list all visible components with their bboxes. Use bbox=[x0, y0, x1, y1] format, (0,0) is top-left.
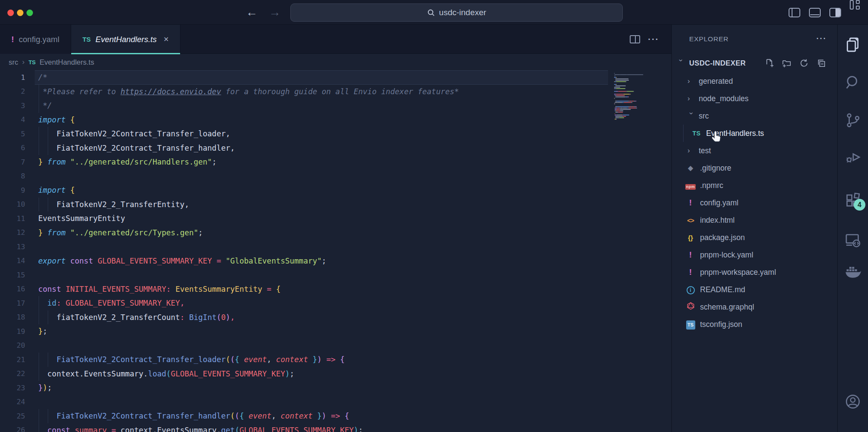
tree-folder-test[interactable]: ›test bbox=[672, 142, 837, 159]
collapse-all-icon[interactable] bbox=[817, 59, 826, 68]
code-line-text[interactable]: import { bbox=[38, 186, 75, 195]
code-line-text[interactable]: FiatTokenV2_2Contract_Transfer_loader(({… bbox=[38, 355, 345, 364]
tree-file-tsconfig-json[interactable]: TStsconfig.json bbox=[672, 316, 837, 333]
code-line-text[interactable]: EventsSummaryEntity bbox=[38, 214, 125, 223]
code-line[interactable]: 24 bbox=[0, 395, 671, 409]
tree-file-config-yaml[interactable]: !config.yaml bbox=[672, 194, 837, 211]
tab-config-yaml[interactable]: ! config.yaml bbox=[0, 25, 71, 54]
refresh-icon[interactable] bbox=[799, 59, 809, 68]
code-line-text[interactable]: const summary = context.EventsSummary.ge… bbox=[38, 426, 363, 432]
code-line[interactable]: 16const INITIAL_EVENTS_SUMMARY: EventsSu… bbox=[0, 282, 671, 297]
tree-file-index-html[interactable]: <>index.html bbox=[672, 211, 837, 229]
code-line[interactable]: 18 fiatTokenV2_2_TransferCount: BigInt(0… bbox=[0, 310, 671, 325]
toggle-secondary-sidebar-icon[interactable] bbox=[829, 8, 841, 17]
tree-file--npmrc[interactable]: npm.npmrc bbox=[672, 177, 837, 194]
code-line-text[interactable]: FiatTokenV2_2Contract_Transfer_loader, bbox=[38, 129, 230, 138]
code-line[interactable]: 13 bbox=[0, 240, 671, 254]
code-line[interactable]: 7} from "../generated/src/Handlers.gen"; bbox=[0, 155, 671, 169]
line-number: 6 bbox=[0, 144, 25, 152]
split-editor-icon[interactable] bbox=[630, 35, 640, 43]
code-line-text[interactable]: context.EventsSummary.load(GLOBAL_EVENTS… bbox=[38, 369, 294, 378]
navigate-back-button[interactable]: ← bbox=[243, 4, 260, 20]
code-line[interactable]: 14export const GLOBAL_EVENTS_SUMMARY_KEY… bbox=[0, 254, 671, 268]
code-line[interactable]: 6 FiatTokenV2_2Contract_Transfer_handler… bbox=[0, 141, 671, 155]
tree-folder-generated[interactable]: ›generated bbox=[672, 73, 837, 90]
line-number: 4 bbox=[0, 115, 25, 124]
code-line[interactable]: 3 */ bbox=[0, 99, 671, 113]
customize-layout-icon[interactable] bbox=[850, 0, 850, 10]
tree-file-pnpm-workspace-yaml[interactable]: !pnpm-workspace.yaml bbox=[672, 264, 837, 281]
breadcrumb[interactable]: src › TS EventHandlers.ts bbox=[0, 54, 671, 70]
breadcrumb-folder[interactable]: src bbox=[9, 58, 18, 66]
extensions-icon[interactable]: 4 bbox=[844, 191, 861, 208]
code-line-text[interactable]: import { bbox=[38, 115, 75, 124]
tree-file-schema-graphql[interactable]: schema.graphql bbox=[672, 298, 837, 316]
search-icon[interactable] bbox=[844, 74, 861, 91]
window-minimize-button[interactable] bbox=[17, 10, 23, 16]
tree-file-eventhandlers-ts[interactable]: TSEventHandlers.ts bbox=[672, 125, 837, 142]
code-line-text[interactable]: id: GLOBAL_EVENTS_SUMMARY_KEY, bbox=[38, 299, 184, 307]
code-line-text[interactable]: FiatTokenV2_2_TransferEntity, bbox=[38, 200, 189, 209]
navigate-forward-button[interactable]: → bbox=[266, 4, 283, 20]
editor-more-actions-icon[interactable]: ··· bbox=[648, 34, 659, 44]
code-line[interactable]: 10 FiatTokenV2_2_TransferEntity, bbox=[0, 198, 671, 212]
code-line-text[interactable]: /* bbox=[38, 73, 47, 82]
account-icon[interactable] bbox=[844, 393, 861, 410]
minimap[interactable] bbox=[612, 71, 663, 120]
tab-close-icon[interactable]: × bbox=[164, 34, 169, 44]
code-line-text[interactable]: */ bbox=[38, 101, 52, 110]
code-line[interactable]: 4import { bbox=[0, 113, 671, 127]
project-root-row[interactable]: › USDC-INDEXER bbox=[672, 55, 837, 71]
window-zoom-button[interactable] bbox=[26, 10, 33, 16]
docker-icon[interactable] bbox=[844, 264, 861, 281]
code-line[interactable]: 15 bbox=[0, 268, 671, 282]
code-line[interactable]: 19}; bbox=[0, 324, 671, 339]
code-line-text[interactable]: } from "../generated/src/Handlers.gen"; bbox=[38, 158, 217, 166]
code-line[interactable]: 23}); bbox=[0, 381, 671, 395]
code-line[interactable]: 11EventsSummaryEntity bbox=[0, 211, 671, 226]
new-file-icon[interactable] bbox=[765, 59, 774, 68]
code-line-text[interactable]: *Please refer to https://docs.envio.dev … bbox=[38, 87, 459, 96]
remote-explorer-icon[interactable] bbox=[844, 231, 861, 249]
code-line-text[interactable]: }; bbox=[38, 327, 47, 336]
code-editor[interactable]: 1/*2 *Please refer to https://docs.envio… bbox=[0, 70, 671, 432]
code-line[interactable]: 12} from "../generated/src/Types.gen"; bbox=[0, 226, 671, 240]
code-line[interactable]: 5 FiatTokenV2_2Contract_Transfer_loader, bbox=[0, 127, 671, 141]
code-line[interactable]: 20 bbox=[0, 339, 671, 353]
code-line[interactable]: 25 FiatTokenV2_2Contract_Transfer_handle… bbox=[0, 409, 671, 423]
code-line-text[interactable]: export const GLOBAL_EVENTS_SUMMARY_KEY =… bbox=[38, 257, 326, 265]
tab-eventhandlers-ts[interactable]: TS EventHandlers.ts × bbox=[71, 25, 181, 54]
line-number: 24 bbox=[0, 398, 25, 406]
code-line-text[interactable]: } from "../generated/src/Types.gen"; bbox=[38, 228, 203, 237]
code-line[interactable]: 2 *Please refer to https://docs.envio.de… bbox=[0, 85, 671, 99]
code-line[interactable]: 8 bbox=[0, 169, 671, 184]
new-folder-icon[interactable] bbox=[782, 59, 791, 68]
code-line[interactable]: 9import { bbox=[0, 183, 671, 198]
tree-file-readme-md[interactable]: iREADME.md bbox=[672, 281, 837, 298]
source-control-icon[interactable] bbox=[844, 112, 861, 129]
tree-file--gitignore[interactable]: ◆.gitignore bbox=[672, 159, 837, 177]
code-line-text[interactable]: fiatTokenV2_2_TransferCount: BigInt(0), bbox=[38, 313, 235, 322]
toggle-panel-icon[interactable] bbox=[809, 8, 821, 17]
run-and-debug-icon[interactable] bbox=[844, 148, 861, 166]
line-number: 5 bbox=[0, 130, 25, 138]
code-line-text[interactable]: const INITIAL_EVENTS_SUMMARY: EventsSumm… bbox=[38, 285, 281, 293]
command-center-search[interactable]: usdc-indexer bbox=[290, 3, 623, 22]
code-line[interactable]: 1/* bbox=[0, 70, 671, 85]
explorer-more-actions-icon[interactable]: ··· bbox=[816, 34, 827, 43]
toggle-primary-sidebar-icon[interactable] bbox=[789, 8, 800, 17]
window-close-button[interactable] bbox=[7, 10, 14, 16]
tree-folder-node-modules[interactable]: ›node_modules bbox=[672, 90, 837, 107]
explorer-icon[interactable] bbox=[844, 36, 861, 53]
code-line-text[interactable]: FiatTokenV2_2Contract_Transfer_handler((… bbox=[38, 412, 349, 420]
code-line[interactable]: 21 FiatTokenV2_2Contract_Transfer_loader… bbox=[0, 353, 671, 367]
code-line[interactable]: 26 const summary = context.EventsSummary… bbox=[0, 423, 671, 432]
tree-file-pnpm-lock-yaml[interactable]: !pnpm-lock.yaml bbox=[672, 246, 837, 264]
code-line[interactable]: 22 context.EventsSummary.load(GLOBAL_EVE… bbox=[0, 367, 671, 381]
code-line-text[interactable]: FiatTokenV2_2Contract_Transfer_handler, bbox=[38, 144, 235, 152]
code-line[interactable]: 17 id: GLOBAL_EVENTS_SUMMARY_KEY, bbox=[0, 296, 671, 310]
tree-folder-src[interactable]: ›src bbox=[672, 107, 837, 125]
breadcrumb-file[interactable]: EventHandlers.ts bbox=[39, 58, 94, 66]
tree-file-package-json[interactable]: {}package.json bbox=[672, 229, 837, 246]
code-line-text[interactable]: }); bbox=[38, 383, 52, 392]
